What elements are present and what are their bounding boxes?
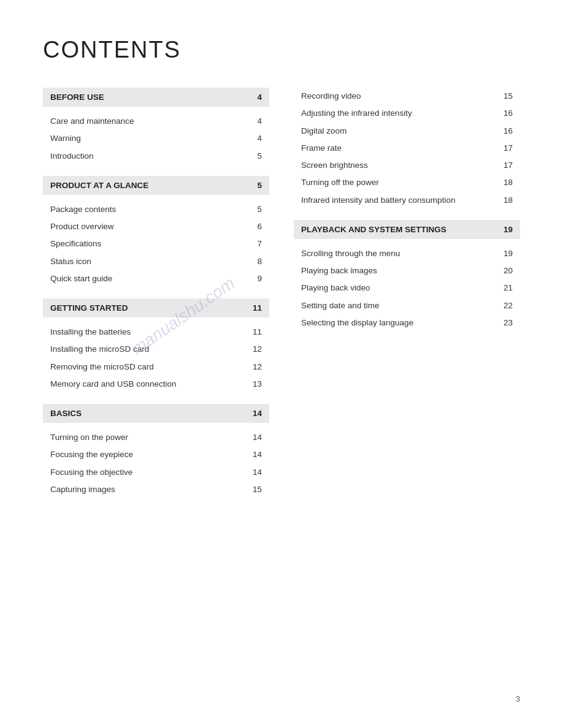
- section-header-label: PLAYBACK AND SYSTEM SETTINGS: [301, 225, 446, 234]
- toc-item-num: 8: [250, 256, 262, 268]
- toc-item-label: Screen brightness: [301, 159, 500, 172]
- toc-item-label: Turning off the power: [301, 176, 500, 189]
- toc-item-num: 18: [500, 176, 513, 189]
- toc-item[interactable]: Package contents 5: [43, 201, 269, 218]
- toc-item[interactable]: Turning on the power 14: [43, 429, 269, 446]
- toc-item-num: 7: [250, 238, 262, 250]
- toc-item[interactable]: Focusing the eyepiece 14: [43, 446, 269, 463]
- toc-item-label: Playing back images: [301, 265, 500, 277]
- toc-item[interactable]: Warning 4: [43, 130, 269, 147]
- left-column: BEFORE USE 4 Care and maintenance 4 Warn…: [43, 88, 269, 509]
- toc-item-label: Warning: [50, 132, 250, 145]
- toc-item[interactable]: Introduction 5: [43, 148, 269, 165]
- toc-item[interactable]: Adjusting the infrared intensity 16: [294, 105, 520, 122]
- toc-item[interactable]: Memory card and USB connection 13: [43, 376, 269, 393]
- toc-item-label: Specifications: [50, 238, 250, 250]
- toc-item[interactable]: Setting date and time 22: [294, 297, 520, 314]
- toc-item-num: 18: [500, 194, 513, 207]
- section-header-num: 11: [253, 303, 262, 313]
- section-product-at-a-glance: PRODUCT AT A GLANCE 5 Package contents 5…: [43, 176, 269, 287]
- toc-item-num: 4: [250, 132, 262, 145]
- toc-item-num: 22: [500, 300, 513, 312]
- toc-item-num: 5: [250, 150, 262, 162]
- page: CONTENTS BEFORE USE 4 Care and maintenan…: [0, 0, 563, 728]
- toc-item[interactable]: Product overview 6: [43, 218, 269, 235]
- section-basics: BASICS 14 Turning on the power 14 Focusi…: [43, 404, 269, 498]
- toc-item-num: 12: [250, 343, 262, 355]
- toc-item-num: 15: [250, 483, 262, 496]
- toc-item[interactable]: Screen brightness 17: [294, 157, 520, 174]
- toc-item[interactable]: Specifications 7: [43, 235, 269, 252]
- toc-item-label: Selecting the display language: [301, 317, 500, 329]
- section-header-before-use: BEFORE USE 4: [43, 88, 269, 107]
- toc-item-num: 19: [500, 248, 513, 260]
- toc-item-label: Installing the batteries: [50, 326, 250, 338]
- section-header-num: 19: [504, 225, 513, 234]
- toc-item-label: Frame rate: [301, 142, 500, 154]
- toc-item[interactable]: Status icon 8: [43, 253, 269, 270]
- toc-item[interactable]: Playing back images 20: [294, 262, 520, 279]
- toc-item[interactable]: Infrared intensity and battery consumpti…: [294, 192, 520, 209]
- toc-item[interactable]: Capturing images 15: [43, 481, 269, 498]
- section-header-label: GETTING STARTED: [50, 303, 128, 313]
- toc-item-label: Quick start guide: [50, 273, 250, 285]
- toc-item-num: 16: [500, 107, 513, 119]
- toc-item-label: Scrolling through the menu: [301, 248, 500, 260]
- toc-item-num: 23: [500, 317, 513, 329]
- toc-item[interactable]: Selecting the display language 23: [294, 314, 520, 332]
- toc-item-num: 13: [250, 378, 262, 390]
- toc-item-num: 14: [250, 449, 262, 461]
- right-column: Recording video 15 Adjusting the infrare…: [294, 88, 520, 509]
- section-header-label: BEFORE USE: [50, 93, 104, 102]
- toc-item-num: 5: [250, 203, 262, 216]
- toc-item-num: 17: [500, 142, 513, 154]
- section-getting-started: GETTING STARTED 11 Installing the batter…: [43, 298, 269, 393]
- toc-item[interactable]: Playing back video 21: [294, 279, 520, 297]
- toc-item-num: 14: [250, 431, 262, 444]
- section-header-label: PRODUCT AT A GLANCE: [50, 181, 148, 190]
- toc-item-label: Focusing the objective: [50, 466, 250, 479]
- toc-item-label: Removing the microSD card: [50, 361, 250, 373]
- toc-item[interactable]: Focusing the objective 14: [43, 464, 269, 481]
- toc-item-label: Product overview: [50, 221, 250, 233]
- toc-item-label: Focusing the eyepiece: [50, 449, 250, 461]
- toc-item-num: 16: [500, 125, 513, 137]
- toc-item-num: 17: [500, 159, 513, 172]
- toc-item-num: 4: [250, 115, 262, 127]
- toc-item-num: 12: [250, 361, 262, 373]
- toc-item[interactable]: Turning off the power 18: [294, 174, 520, 191]
- toc-item-num: 14: [250, 466, 262, 479]
- toc-item-label: Playing back video: [301, 282, 500, 294]
- toc-item-label: Installing the microSD card: [50, 343, 250, 355]
- page-number: 3: [516, 694, 520, 703]
- toc-item-label: Package contents: [50, 203, 250, 216]
- section-header-basics: BASICS 14: [43, 404, 269, 423]
- section-header-label: BASICS: [50, 409, 82, 418]
- toc-item[interactable]: Installing the batteries 11: [43, 324, 269, 341]
- toc-item[interactable]: Recording video 15: [294, 88, 520, 105]
- toc-item-num: 9: [250, 273, 262, 285]
- toc-item-label: Turning on the power: [50, 431, 250, 444]
- contents-layout: BEFORE USE 4 Care and maintenance 4 Warn…: [43, 88, 520, 509]
- toc-item[interactable]: Quick start guide 9: [43, 270, 269, 287]
- toc-item[interactable]: Installing the microSD card 12: [43, 341, 269, 358]
- toc-item[interactable]: Digital zoom 16: [294, 123, 520, 140]
- section-header-num: 5: [257, 181, 262, 190]
- toc-item-label: Adjusting the infrared intensity: [301, 107, 500, 119]
- toc-item-num: 20: [500, 265, 513, 277]
- toc-item[interactable]: Frame rate 17: [294, 140, 520, 157]
- section-header-getting-started: GETTING STARTED 11: [43, 298, 269, 317]
- page-title: CONTENTS: [43, 37, 520, 63]
- toc-item-num: 15: [500, 90, 513, 102]
- toc-item[interactable]: Scrolling through the menu 19: [294, 245, 520, 262]
- toc-item-label: Status icon: [50, 256, 250, 268]
- toc-item-label: Infrared intensity and battery consumpti…: [301, 194, 500, 207]
- toc-item[interactable]: Care and maintenance 4: [43, 113, 269, 130]
- toc-item-num: 21: [500, 282, 513, 294]
- section-basics-continued: Recording video 15 Adjusting the infrare…: [294, 88, 520, 209]
- toc-item[interactable]: Removing the microSD card 12: [43, 358, 269, 376]
- section-header-product: PRODUCT AT A GLANCE 5: [43, 176, 269, 195]
- toc-item-label: Setting date and time: [301, 300, 500, 312]
- toc-item-label: Capturing images: [50, 483, 250, 496]
- toc-item-label: Memory card and USB connection: [50, 378, 250, 390]
